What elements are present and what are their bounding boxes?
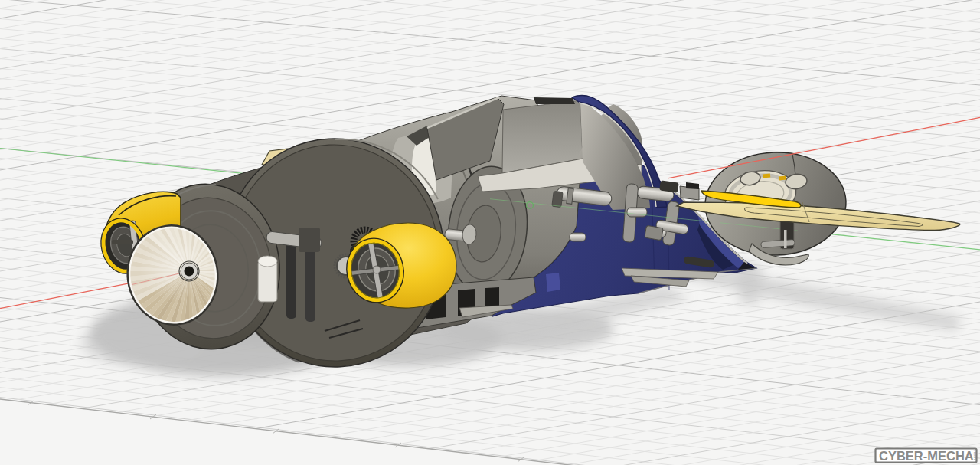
svg-text:CYBER-MECHA: CYBER-MECHA (879, 449, 974, 463)
svg-text:.com: .com (973, 450, 978, 460)
